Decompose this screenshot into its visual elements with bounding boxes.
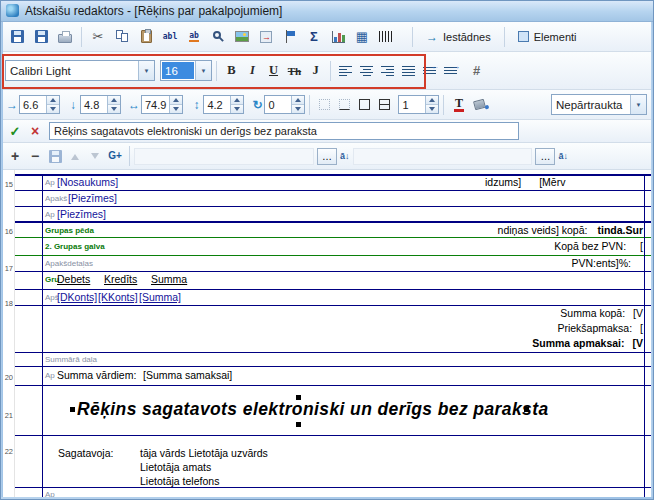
band-label-group-header[interactable]: 2. Grupas galva bbox=[45, 242, 105, 251]
label-summa-kopa[interactable]: Summa kopā: bbox=[560, 307, 625, 319]
field-summa-samaksai[interactable]: [Summa samaksai] bbox=[143, 369, 232, 381]
ruler-row-number[interactable]: 22 bbox=[5, 447, 13, 456]
spinner-buttons[interactable] bbox=[425, 96, 438, 113]
field-summa-expr[interactable]: tinda.Sur bbox=[597, 224, 643, 236]
label-kopa-bez-pvn[interactable]: Kopā bez PVN: bbox=[554, 240, 626, 252]
field-nosaukums[interactable]: [Nosaukums] bbox=[57, 176, 118, 188]
y-position-input[interactable]: 4.8 bbox=[80, 95, 121, 114]
rotation-input[interactable]: 0 bbox=[264, 95, 305, 114]
sort-az-icon[interactable]: ā↓ bbox=[558, 152, 568, 161]
browse-button-2[interactable]: … bbox=[535, 148, 555, 165]
field-mervieniba[interactable]: [Mērv bbox=[539, 176, 565, 188]
band-label[interactable]: Ap bbox=[45, 371, 55, 380]
label-field-button[interactable]: ab bbox=[182, 25, 206, 49]
band-label[interactable]: Ap bbox=[45, 178, 55, 187]
border-none-button[interactable] bbox=[314, 95, 334, 115]
band-label[interactable]: Apakš bbox=[45, 194, 67, 203]
spinner-buttons[interactable] bbox=[107, 96, 120, 113]
underline-button[interactable]: U bbox=[263, 60, 284, 81]
spinner-buttons[interactable] bbox=[291, 96, 304, 113]
ruler-row-number[interactable]: 15 bbox=[5, 180, 13, 189]
selected-text-object[interactable]: Rēķins sagatavots elektroniski un derīgs… bbox=[77, 399, 549, 420]
band-label[interactable]: Apakšdetaļas bbox=[45, 259, 93, 268]
find-button[interactable] bbox=[206, 25, 230, 49]
total-row-1[interactable]: Summa kopā:[V bbox=[560, 307, 643, 319]
band5-right-fields[interactable]: Kopā bez PVN:[ bbox=[554, 240, 643, 252]
total-row-2[interactable]: Priekšapmaksa:[ bbox=[557, 322, 643, 334]
spinner-buttons[interactable] bbox=[46, 96, 59, 113]
strikethrough-button[interactable]: Th bbox=[284, 60, 305, 81]
group-add-button[interactable]: G+ bbox=[105, 146, 125, 166]
selection-handle-top[interactable] bbox=[296, 395, 301, 400]
table-button[interactable]: ▦ bbox=[350, 25, 374, 49]
ruler-row-number[interactable]: 21 bbox=[5, 411, 13, 420]
band-label-summary[interactable]: Summārā daļa bbox=[45, 355, 97, 364]
move-down-button[interactable] bbox=[85, 146, 105, 166]
label-summa-vardiem[interactable]: Summa vārdiem: bbox=[57, 369, 136, 381]
copy-button[interactable] bbox=[110, 25, 134, 49]
line-style-select[interactable]: Nepārtraukta ▼ bbox=[551, 94, 647, 115]
spinner-buttons[interactable] bbox=[230, 96, 243, 113]
dropdown-icon[interactable]: ▼ bbox=[138, 61, 154, 80]
field-piezimes-2[interactable]: [Piezīmes] bbox=[57, 208, 106, 220]
band6-right-fields[interactable]: PVN:ents]%: bbox=[571, 257, 643, 269]
save-record-button[interactable] bbox=[45, 146, 65, 166]
field-piezimes[interactable]: [Piezīmes] bbox=[68, 192, 117, 204]
export-button[interactable] bbox=[254, 25, 278, 49]
band4-right-fields[interactable]: ndiņas veids] kopā:tinda.Sur bbox=[498, 224, 643, 236]
field-daudzums[interactable]: idzums] bbox=[485, 176, 521, 188]
add-button[interactable]: + bbox=[5, 146, 25, 166]
band-label[interactable]: Ap bbox=[45, 490, 55, 497]
remove-button[interactable]: − bbox=[25, 146, 45, 166]
bold-button[interactable]: B bbox=[221, 60, 242, 81]
sum-button[interactable]: Σ bbox=[302, 25, 326, 49]
align-center-button[interactable] bbox=[356, 60, 377, 81]
band-label-group-footer[interactable]: Grupas pēda bbox=[45, 226, 94, 235]
iestadnes-button[interactable]: →Iestādnes bbox=[417, 26, 500, 48]
print-button[interactable] bbox=[53, 25, 77, 49]
field-prieksapmaksa[interactable]: [ bbox=[640, 322, 643, 334]
field-lietotaja-amats[interactable]: Lietotāja amats bbox=[140, 461, 211, 473]
ruler-row-number[interactable]: 18 bbox=[5, 299, 13, 308]
height-input[interactable]: 4.2 bbox=[203, 95, 244, 114]
design-canvas[interactable]: Ap [Nosaukums] idzums][Mērv Apakš [Piezī… bbox=[15, 170, 651, 497]
chart-button[interactable] bbox=[326, 25, 350, 49]
sort-az-icon[interactable]: ā↓ bbox=[340, 152, 350, 161]
ruler-row-number[interactable]: 17 bbox=[5, 264, 13, 273]
label-sagatavoja[interactable]: Sagatavoja: bbox=[58, 447, 113, 459]
font-color-button[interactable]: T bbox=[448, 94, 469, 115]
save-all-button[interactable] bbox=[29, 25, 53, 49]
barcode-button[interactable] bbox=[374, 25, 398, 49]
column-header-debets[interactable]: Debets bbox=[57, 273, 90, 285]
border-bottom-button[interactable] bbox=[334, 95, 354, 115]
ruler-row-number[interactable]: 20 bbox=[5, 373, 13, 382]
column-header-summa[interactable]: Summa bbox=[151, 273, 187, 285]
band1-right-fields[interactable]: idzums][Mērv bbox=[485, 176, 565, 188]
field-lietotaja-telefons[interactable]: Lietotāja telefons bbox=[140, 475, 219, 487]
selection-handle-left[interactable] bbox=[70, 407, 75, 412]
elementi-button[interactable]: Elementi bbox=[509, 26, 586, 48]
cancel-button[interactable]: × bbox=[25, 121, 45, 141]
x-position-input[interactable]: 6.6 bbox=[19, 95, 60, 114]
fill-color-button[interactable] bbox=[469, 94, 490, 115]
dropdown-icon[interactable]: ▼ bbox=[630, 95, 646, 114]
selection-handle-right[interactable] bbox=[524, 407, 529, 412]
label-prieksapmaksa[interactable]: Priekšapmaksa: bbox=[557, 322, 632, 334]
save-button[interactable] bbox=[5, 25, 29, 49]
ltr-direction-button[interactable]: → bbox=[440, 60, 461, 81]
border-grid-button[interactable] bbox=[374, 95, 394, 115]
field-lietotaja-vards[interactable]: tāja vārds Lietotāja uzvārds bbox=[140, 447, 268, 459]
italic-button[interactable]: I bbox=[242, 60, 263, 81]
field-veids-kopa[interactable]: ndiņas veids] kopā: bbox=[498, 224, 588, 236]
dropdown-icon[interactable]: ▼ bbox=[195, 61, 211, 80]
rotate-text-button[interactable]: J bbox=[305, 60, 326, 81]
font-size-select[interactable]: 16 ▼ bbox=[160, 60, 212, 81]
browse-button[interactable]: … bbox=[317, 148, 337, 165]
column-header-kredits[interactable]: Kredīts bbox=[104, 273, 137, 285]
align-justify-button[interactable] bbox=[398, 60, 419, 81]
apply-button[interactable]: ✓ bbox=[5, 121, 25, 141]
ruler-row-number[interactable]: 16 bbox=[5, 227, 13, 236]
border-width-input[interactable]: 1 bbox=[398, 95, 439, 114]
selection-handle-bottom[interactable] bbox=[296, 422, 301, 427]
font-family-select[interactable]: Calibri Light ▼ bbox=[5, 60, 155, 81]
